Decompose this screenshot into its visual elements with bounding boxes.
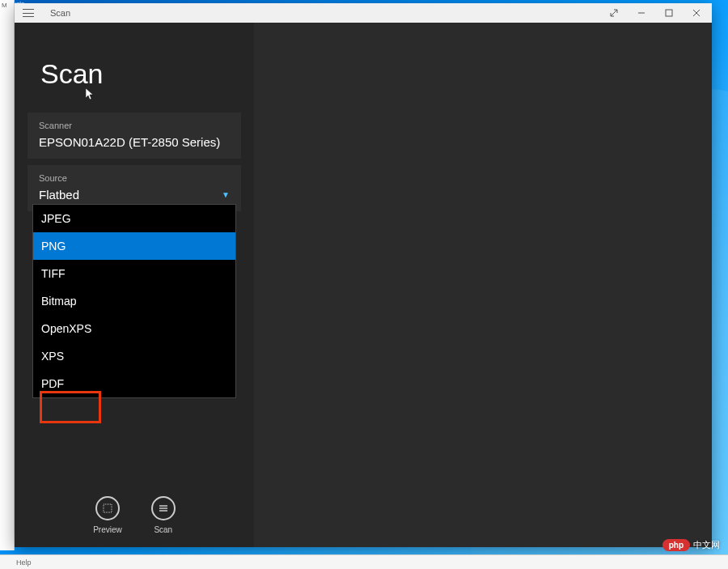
scan-app-window: Scan Scan Scanner EPSON01A22D (ET-28 (15, 3, 712, 547)
svg-rect-0 (666, 10, 672, 16)
app-title: Scan (40, 58, 241, 90)
scan-icon (151, 496, 176, 520)
hamburger-menu-icon[interactable] (23, 9, 34, 17)
maximize-button[interactable] (655, 3, 683, 23)
scan-label: Scan (154, 525, 172, 534)
preview-button[interactable]: Preview (93, 496, 122, 534)
svg-rect-1 (104, 504, 112, 512)
taskbar: Help (0, 554, 728, 569)
watermark-text: 中文网 (693, 539, 720, 551)
dropdown-option-bitmap[interactable]: Bitmap (33, 287, 235, 315)
dropdown-option-openxps[interactable]: OpenXPS (33, 315, 235, 342)
close-button[interactable] (683, 3, 710, 23)
scanner-value: EPSON01A22D (ET-2850 Series) (39, 135, 230, 149)
watermark-badge: php (662, 539, 690, 551)
chevron-down-icon: ▼ (222, 190, 230, 199)
preview-area (254, 23, 712, 547)
dropdown-option-png[interactable]: PNG (33, 232, 235, 260)
expand-button[interactable] (600, 3, 628, 23)
dropdown-option-tiff[interactable]: TIFF (33, 260, 235, 287)
settings-sidebar: Scan Scanner EPSON01A22D (ET-2850 Series… (15, 23, 254, 547)
preview-label: Preview (93, 525, 122, 534)
preview-icon (95, 496, 120, 520)
scanner-label: Scanner (39, 121, 230, 130)
dropdown-option-xps[interactable]: XPS (33, 342, 235, 370)
dropdown-option-jpeg[interactable]: JPEG (33, 205, 235, 232)
watermark: php 中文网 (662, 539, 720, 551)
file-type-dropdown: JPEG PNG TIFF Bitmap OpenXPS XPS PDF (32, 204, 236, 398)
dropdown-option-pdf[interactable]: PDF (33, 370, 235, 397)
scanner-selector[interactable]: Scanner EPSON01A22D (ET-2850 Series) (28, 113, 241, 159)
minimize-button[interactable] (628, 3, 655, 23)
source-value: Flatbed (39, 188, 79, 202)
window-title: Scan (50, 8, 70, 18)
scan-button[interactable]: Scan (151, 496, 176, 534)
titlebar: Scan (15, 3, 712, 23)
taskbar-help-text: Help (16, 558, 32, 567)
source-label: Source (39, 173, 230, 183)
parent-window-edge: M (0, 0, 15, 550)
